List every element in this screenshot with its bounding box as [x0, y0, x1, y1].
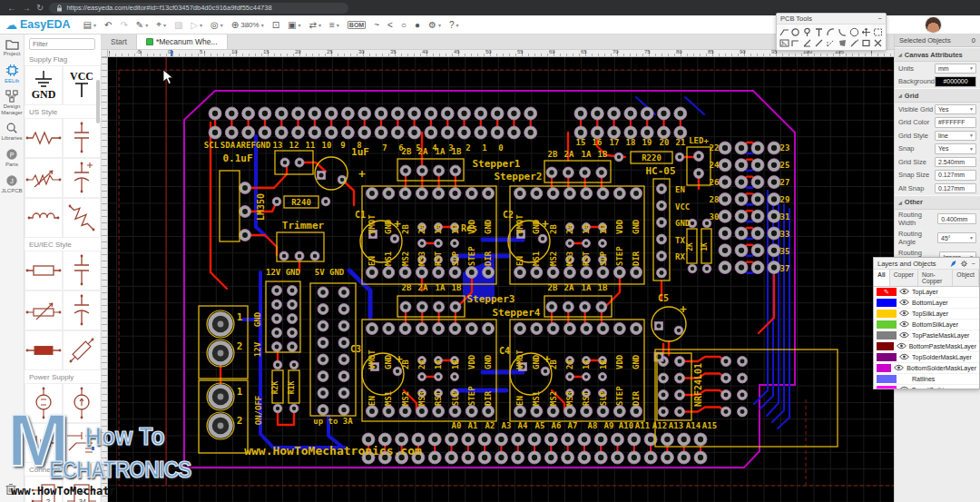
pin-icon[interactable]: [949, 260, 957, 268]
symbol-capacitor-eu-pol[interactable]: [63, 290, 101, 330]
symbol-capacitor-eu[interactable]: [63, 251, 101, 290]
align-menu-icon[interactable]: ≡▾: [329, 20, 339, 30]
address-bar[interactable]: https://easyeda.com/editor#id=f13cf03457…: [49, 3, 348, 14]
background-field[interactable]: #000000: [935, 76, 976, 87]
snap-size-field[interactable]: 0.127mm: [935, 170, 976, 181]
brush-tool-icon[interactable]: ▷▾: [191, 20, 202, 30]
symbol-resistor-eu-variable[interactable]: [24, 290, 63, 330]
history-icon[interactable]: ○: [401, 20, 407, 30]
section-header[interactable]: ◢Canvas Attributes: [895, 47, 980, 62]
text-tool-icon[interactable]: [814, 26, 825, 37]
symbol-inductor[interactable]: [24, 198, 63, 238]
symbol-resistor-eu-diagonal[interactable]: [63, 330, 101, 370]
browser-forward-icon[interactable]: →: [22, 4, 31, 13]
symbol-resistor-filled[interactable]: [24, 330, 63, 370]
import-icon[interactable]: ⊡: [272, 20, 279, 30]
symbol-resistor-us[interactable]: [24, 118, 63, 158]
layer-row-BottomLayer[interactable]: BottomLayer: [874, 298, 979, 309]
grid-size-field[interactable]: 2.540mm: [935, 157, 976, 168]
symbol-battery[interactable]: [24, 423, 63, 463]
scale-tool-icon[interactable]: [872, 37, 883, 48]
layer-color-swatch[interactable]: [877, 375, 897, 383]
snap-select[interactable]: Yes▼: [935, 143, 976, 154]
layer-row-BottomSolderMaskLayer[interactable]: BottomSolderMaskLayer: [874, 363, 979, 374]
undo-icon[interactable]: ↶: [104, 20, 112, 30]
visible-grid-select[interactable]: Yes▼: [935, 104, 976, 115]
layer-visibility-eye-icon[interactable]: [897, 342, 906, 351]
dashed-line-tool-icon[interactable]: [826, 37, 837, 48]
browser-reload-icon[interactable]: ↻: [36, 4, 44, 13]
file-menu-icon[interactable]: ▤▾: [83, 20, 96, 30]
routing-width-field[interactable]: 0.400mm: [937, 213, 976, 224]
pencil-tool-icon[interactable]: ✎▾: [136, 20, 148, 30]
rail-item-jlcpcb[interactable]: J JLCPCB: [0, 174, 24, 194]
units-select[interactable]: mm▼: [935, 64, 976, 74]
layer-visibility-eye-icon[interactable]: [899, 310, 909, 319]
layer-row-Ratlines[interactable]: Ratlines: [874, 374, 979, 385]
layer-color-swatch[interactable]: ✎: [877, 288, 897, 296]
section-header[interactable]: ◢Grid: [895, 88, 980, 103]
origin-tool-icon[interactable]: ⌖▾: [156, 19, 166, 30]
symbol-resistor-eu[interactable]: [24, 251, 63, 290]
browser-back-icon[interactable]: ←: [7, 4, 16, 13]
layers-tab-all[interactable]: All: [874, 270, 890, 286]
layer-visibility-eye-icon[interactable]: [899, 386, 909, 390]
layer-row-BottomSilkLayer[interactable]: BottomSilkLayer: [874, 320, 979, 330]
trash-icon[interactable]: [5, 483, 16, 497]
messages-icon[interactable]: ●: [415, 20, 420, 30]
snapshot-icon[interactable]: ▣▾: [288, 20, 300, 30]
layers-tab-copper[interactable]: Copper: [890, 270, 918, 286]
symbol-header-2x2[interactable]: 1234: [63, 476, 101, 502]
via-tool-icon[interactable]: [802, 26, 813, 37]
layer-visibility-eye-icon[interactable]: [899, 288, 909, 297]
symbol-resistor-diagonal[interactable]: [63, 198, 101, 238]
grid-style-select[interactable]: line▼: [935, 131, 976, 142]
layer-color-swatch[interactable]: [877, 299, 897, 307]
layer-color-swatch[interactable]: [877, 331, 897, 340]
simulation-icon[interactable]: ~: [374, 20, 379, 30]
redo-icon[interactable]: ↷: [120, 20, 127, 30]
image-tool-icon[interactable]: [779, 37, 789, 48]
corner-tool-icon[interactable]: [790, 37, 801, 48]
angle-tool-icon[interactable]: [802, 37, 813, 48]
solid-region-tool-icon[interactable]: [837, 37, 848, 48]
layer-color-swatch[interactable]: [877, 353, 897, 361]
layer-color-swatch[interactable]: [877, 342, 894, 350]
layers-tab-object[interactable]: Object: [953, 270, 979, 286]
symbol-capacitor-pol[interactable]: [63, 118, 101, 158]
arc-tool-icon[interactable]: [826, 26, 837, 37]
grid-color-field[interactable]: #FFFFFF: [935, 117, 976, 128]
share-icon[interactable]: <: [387, 20, 393, 30]
layer-color-swatch[interactable]: [877, 386, 897, 389]
layer-color-swatch[interactable]: [877, 310, 897, 318]
track-tool-icon[interactable]: [779, 26, 789, 37]
symbol-source-complex[interactable]: [63, 423, 101, 463]
circle-tool-icon[interactable]: [790, 26, 801, 37]
rail-item-project[interactable]: Project: [0, 38, 24, 57]
symbol-resistor-variable[interactable]: [24, 158, 63, 198]
help-icon[interactable]: ?▾: [449, 20, 459, 30]
layer-color-swatch[interactable]: [877, 364, 891, 372]
symbol-header-1x2[interactable]: 12: [24, 476, 63, 502]
symbol-vcc[interactable]: VCC: [63, 65, 101, 105]
layer-row-BoardOutLine[interactable]: BoardOutLine: [874, 385, 979, 389]
layer-visibility-eye-icon[interactable]: [894, 364, 904, 373]
filter-input[interactable]: [29, 38, 95, 50]
library-scrollbar[interactable]: [96, 80, 100, 123]
section-header[interactable]: ◢Other: [895, 195, 980, 210]
layers-tab-non-copper[interactable]: Non-Copper: [918, 270, 953, 286]
settings-icon[interactable]: ⚙▾: [428, 20, 441, 30]
layer-color-swatch[interactable]: [877, 320, 897, 329]
layer-row-TopPasteMaskLayer[interactable]: TopPasteMaskLayer: [874, 330, 979, 341]
minimize-icon[interactable]: −: [878, 15, 882, 23]
easyeda-logo[interactable]: ☁ EasyEDA: [5, 18, 71, 32]
layer-row-TopSolderMaskLayer[interactable]: TopSolderMaskLayer: [874, 352, 979, 363]
view-menu-icon[interactable]: ◎▾: [211, 20, 223, 30]
layer-visibility-eye-icon[interactable]: [899, 299, 909, 308]
layer-visibility-eye-icon[interactable]: [899, 353, 909, 362]
drag-tool-icon[interactable]: [860, 26, 871, 37]
bom-button-icon[interactable]: BOM: [348, 21, 366, 29]
rail-item-parts[interactable]: P Parts: [0, 148, 24, 168]
layers-minimize-icon[interactable]: −: [972, 260, 975, 268]
fill-tool-icon[interactable]: ▨: [174, 20, 182, 30]
